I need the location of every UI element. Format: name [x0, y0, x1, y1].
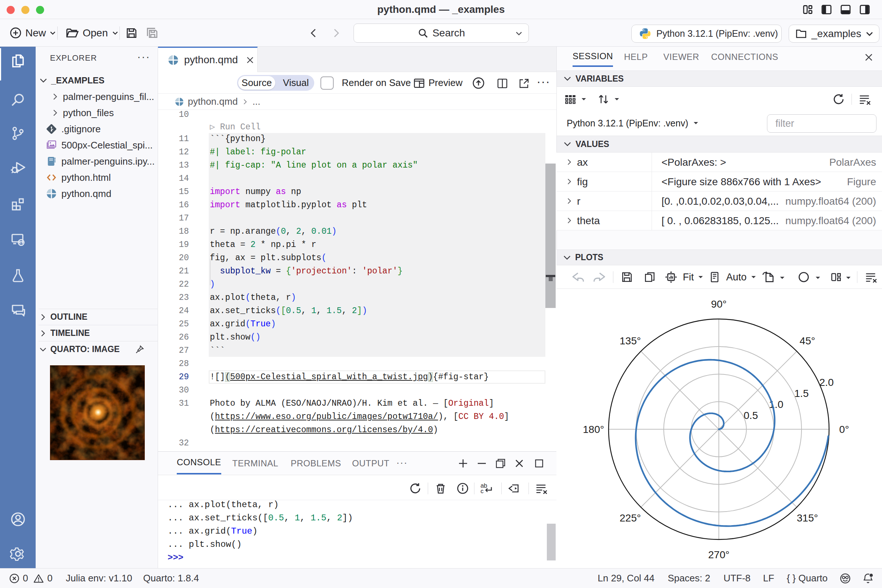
svg-text:270°: 270°: [708, 549, 729, 560]
svg-text:1.5: 1.5: [795, 388, 809, 399]
svg-text:135°: 135°: [620, 335, 641, 346]
svg-text:2.0: 2.0: [819, 376, 834, 388]
svg-text:45°: 45°: [800, 335, 815, 346]
svg-text:c: c: [480, 488, 483, 495]
svg-text:0°: 0°: [839, 424, 849, 435]
svg-text:0.5: 0.5: [744, 410, 758, 421]
svg-text:315°: 315°: [797, 512, 818, 524]
svg-text:225°: 225°: [620, 512, 641, 524]
svg-text:90°: 90°: [711, 298, 726, 310]
svg-text:180°: 180°: [583, 424, 604, 435]
